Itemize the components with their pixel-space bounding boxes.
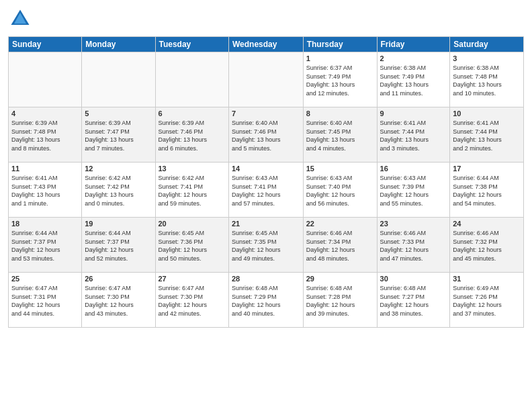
calendar-cell: [155, 52, 228, 107]
day-number: 25: [11, 275, 79, 283]
day-info: Sunrise: 6:42 AM Sunset: 7:41 PM Dayligh…: [159, 174, 226, 208]
calendar-cell: 17Sunrise: 6:44 AM Sunset: 7:38 PM Dayli…: [450, 163, 524, 218]
calendar-cell: 13Sunrise: 6:42 AM Sunset: 7:41 PM Dayli…: [155, 163, 228, 218]
day-info: Sunrise: 6:42 AM Sunset: 7:42 PM Dayligh…: [85, 174, 152, 208]
day-number: 9: [380, 109, 447, 118]
calendar-header-thursday: Thursday: [303, 37, 377, 52]
calendar-week-row: 1Sunrise: 6:37 AM Sunset: 7:49 PM Daylig…: [9, 52, 524, 107]
day-number: 16: [380, 165, 447, 173]
day-info: Sunrise: 6:48 AM Sunset: 7:29 PM Dayligh…: [232, 284, 300, 318]
calendar-cell: [228, 52, 303, 107]
calendar-cell: 10Sunrise: 6:41 AM Sunset: 7:44 PM Dayli…: [450, 107, 524, 163]
day-info: Sunrise: 6:46 AM Sunset: 7:32 PM Dayligh…: [453, 229, 521, 263]
header: [8, 7, 524, 31]
day-info: Sunrise: 6:43 AM Sunset: 7:40 PM Dayligh…: [306, 174, 374, 208]
day-number: 28: [232, 275, 300, 283]
calendar-week-row: 18Sunrise: 6:44 AM Sunset: 7:37 PM Dayli…: [9, 218, 524, 273]
day-info: Sunrise: 6:38 AM Sunset: 7:48 PM Dayligh…: [453, 64, 521, 97]
calendar-header-saturday: Saturday: [450, 37, 524, 52]
day-info: Sunrise: 6:48 AM Sunset: 7:27 PM Dayligh…: [380, 284, 447, 318]
calendar-header-wednesday: Wednesday: [228, 37, 303, 52]
page-container: SundayMondayTuesdayWednesdayThursdayFrid…: [0, 0, 532, 411]
day-info: Sunrise: 6:43 AM Sunset: 7:41 PM Dayligh…: [232, 174, 300, 208]
calendar-table: SundayMondayTuesdayWednesdayThursdayFrid…: [8, 36, 524, 328]
calendar-cell: 20Sunrise: 6:45 AM Sunset: 7:36 PM Dayli…: [155, 218, 228, 273]
day-number: 23: [380, 220, 447, 228]
day-number: 19: [85, 220, 152, 228]
day-info: Sunrise: 6:39 AM Sunset: 7:48 PM Dayligh…: [11, 119, 79, 152]
calendar-cell: 31Sunrise: 6:49 AM Sunset: 7:26 PM Dayli…: [450, 273, 524, 328]
calendar-cell: 19Sunrise: 6:44 AM Sunset: 7:37 PM Dayli…: [82, 218, 155, 273]
calendar-header-monday: Monday: [82, 37, 155, 52]
day-number: 13: [159, 165, 226, 173]
calendar-cell: 22Sunrise: 6:46 AM Sunset: 7:34 PM Dayli…: [303, 218, 377, 273]
day-number: 10: [453, 109, 521, 118]
day-info: Sunrise: 6:41 AM Sunset: 7:44 PM Dayligh…: [453, 119, 521, 152]
day-info: Sunrise: 6:49 AM Sunset: 7:26 PM Dayligh…: [453, 284, 521, 318]
day-info: Sunrise: 6:48 AM Sunset: 7:28 PM Dayligh…: [306, 284, 374, 318]
day-number: 26: [85, 275, 152, 283]
day-info: Sunrise: 6:44 AM Sunset: 7:37 PM Dayligh…: [85, 229, 152, 263]
day-number: 8: [306, 109, 374, 118]
day-info: Sunrise: 6:47 AM Sunset: 7:30 PM Dayligh…: [85, 284, 152, 318]
day-info: Sunrise: 6:39 AM Sunset: 7:46 PM Dayligh…: [159, 119, 226, 152]
day-number: 2: [380, 54, 447, 62]
calendar-header-friday: Friday: [377, 37, 450, 52]
calendar-cell: 24Sunrise: 6:46 AM Sunset: 7:32 PM Dayli…: [450, 218, 524, 273]
day-number: 17: [453, 165, 521, 173]
calendar-cell: 29Sunrise: 6:48 AM Sunset: 7:28 PM Dayli…: [303, 273, 377, 328]
calendar-header-row: SundayMondayTuesdayWednesdayThursdayFrid…: [9, 37, 524, 52]
day-number: 24: [453, 220, 521, 228]
day-info: Sunrise: 6:38 AM Sunset: 7:49 PM Dayligh…: [380, 64, 447, 97]
day-info: Sunrise: 6:41 AM Sunset: 7:43 PM Dayligh…: [11, 174, 79, 208]
calendar-cell: [82, 52, 155, 107]
day-number: 5: [85, 109, 152, 118]
day-number: 31: [453, 275, 521, 283]
day-number: 14: [232, 165, 300, 173]
calendar-week-row: 25Sunrise: 6:47 AM Sunset: 7:31 PM Dayli…: [9, 273, 524, 328]
day-info: Sunrise: 6:40 AM Sunset: 7:46 PM Dayligh…: [232, 119, 300, 152]
calendar-cell: 5Sunrise: 6:39 AM Sunset: 7:47 PM Daylig…: [82, 107, 155, 163]
day-info: Sunrise: 6:41 AM Sunset: 7:44 PM Dayligh…: [380, 119, 447, 152]
day-number: 29: [306, 275, 374, 283]
day-info: Sunrise: 6:47 AM Sunset: 7:30 PM Dayligh…: [159, 284, 226, 318]
day-number: 15: [306, 165, 374, 173]
day-number: 18: [11, 220, 79, 228]
day-number: 6: [159, 109, 226, 118]
day-info: Sunrise: 6:45 AM Sunset: 7:36 PM Dayligh…: [159, 229, 226, 263]
day-number: 7: [232, 109, 300, 118]
calendar-cell: [9, 52, 82, 107]
calendar-cell: 15Sunrise: 6:43 AM Sunset: 7:40 PM Dayli…: [303, 163, 377, 218]
calendar-cell: 9Sunrise: 6:41 AM Sunset: 7:44 PM Daylig…: [377, 107, 450, 163]
calendar-cell: 7Sunrise: 6:40 AM Sunset: 7:46 PM Daylig…: [228, 107, 303, 163]
day-number: 4: [11, 109, 79, 118]
calendar-cell: 21Sunrise: 6:45 AM Sunset: 7:35 PM Dayli…: [228, 218, 303, 273]
day-info: Sunrise: 6:37 AM Sunset: 7:49 PM Dayligh…: [306, 64, 374, 97]
calendar-cell: 14Sunrise: 6:43 AM Sunset: 7:41 PM Dayli…: [228, 163, 303, 218]
day-info: Sunrise: 6:43 AM Sunset: 7:39 PM Dayligh…: [380, 174, 447, 208]
calendar-cell: 3Sunrise: 6:38 AM Sunset: 7:48 PM Daylig…: [450, 52, 524, 107]
calendar-cell: 6Sunrise: 6:39 AM Sunset: 7:46 PM Daylig…: [155, 107, 228, 163]
calendar-cell: 23Sunrise: 6:46 AM Sunset: 7:33 PM Dayli…: [377, 218, 450, 273]
day-number: 20: [159, 220, 226, 228]
calendar-cell: 4Sunrise: 6:39 AM Sunset: 7:48 PM Daylig…: [9, 107, 82, 163]
day-info: Sunrise: 6:47 AM Sunset: 7:31 PM Dayligh…: [11, 284, 79, 318]
calendar-cell: 1Sunrise: 6:37 AM Sunset: 7:49 PM Daylig…: [303, 52, 377, 107]
day-number: 11: [11, 165, 79, 173]
day-info: Sunrise: 6:46 AM Sunset: 7:33 PM Dayligh…: [380, 229, 447, 263]
day-number: 27: [159, 275, 226, 283]
calendar-cell: 25Sunrise: 6:47 AM Sunset: 7:31 PM Dayli…: [9, 273, 82, 328]
calendar-week-row: 11Sunrise: 6:41 AM Sunset: 7:43 PM Dayli…: [9, 163, 524, 218]
calendar-cell: 27Sunrise: 6:47 AM Sunset: 7:30 PM Dayli…: [155, 273, 228, 328]
day-info: Sunrise: 6:46 AM Sunset: 7:34 PM Dayligh…: [306, 229, 374, 263]
day-info: Sunrise: 6:40 AM Sunset: 7:45 PM Dayligh…: [306, 119, 374, 152]
day-number: 30: [380, 275, 447, 283]
calendar-week-row: 4Sunrise: 6:39 AM Sunset: 7:48 PM Daylig…: [9, 107, 524, 163]
calendar-cell: 11Sunrise: 6:41 AM Sunset: 7:43 PM Dayli…: [9, 163, 82, 218]
calendar-cell: 2Sunrise: 6:38 AM Sunset: 7:49 PM Daylig…: [377, 52, 450, 107]
calendar-cell: 30Sunrise: 6:48 AM Sunset: 7:27 PM Dayli…: [377, 273, 450, 328]
day-number: 1: [306, 54, 374, 62]
day-info: Sunrise: 6:44 AM Sunset: 7:37 PM Dayligh…: [11, 229, 79, 263]
day-info: Sunrise: 6:45 AM Sunset: 7:35 PM Dayligh…: [232, 229, 300, 263]
logo-icon: [8, 7, 32, 31]
